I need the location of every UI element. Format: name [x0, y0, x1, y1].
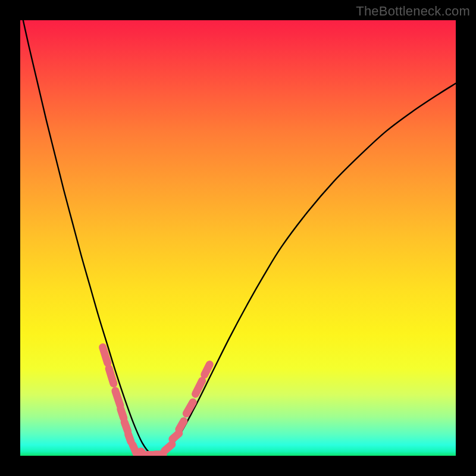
- curve-marker: [174, 416, 189, 435]
- curve-marker: [181, 397, 198, 419]
- marker-group: [98, 342, 215, 456]
- bottleneck-curve: [20, 20, 456, 455]
- curve-marker: [104, 364, 118, 388]
- svg-rect-13: [181, 397, 198, 419]
- plot-area: [20, 20, 456, 456]
- svg-rect-12: [174, 416, 189, 435]
- svg-rect-15: [199, 359, 215, 380]
- chart-frame: TheBottleneck.com: [0, 0, 476, 476]
- curve-marker: [199, 359, 215, 380]
- svg-rect-1: [104, 364, 118, 388]
- curve-layer: [20, 20, 456, 456]
- watermark-text: TheBottleneck.com: [356, 4, 470, 19]
